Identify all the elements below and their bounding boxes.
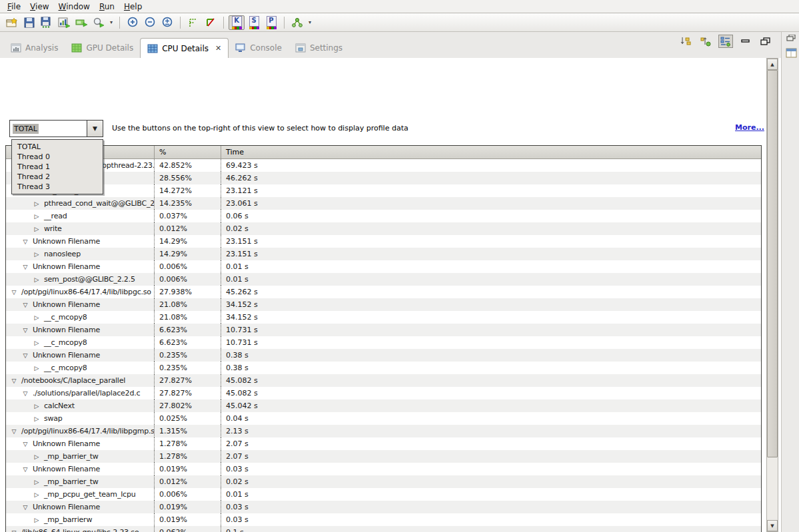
menu-file[interactable]: File [5, 1, 28, 13]
expander-open-icon[interactable]: ▽ [10, 529, 18, 532]
callers-tree-button[interactable] [678, 35, 693, 48]
expander-collapsed-icon[interactable]: ▷ [33, 213, 41, 220]
expander-open-icon[interactable]: ▽ [21, 504, 29, 511]
menu-view[interactable]: View [28, 1, 56, 13]
table-row[interactable]: ▷_mp_barrier_tw0.012%0.02 s [6, 475, 761, 488]
analysis-tree-button[interactable] [289, 15, 305, 30]
profile-application-button[interactable] [56, 15, 72, 30]
thread-option[interactable]: Thread 3 [12, 182, 103, 192]
expander-open-icon[interactable]: ▽ [10, 289, 18, 296]
zoom-out-button[interactable] [142, 15, 158, 30]
table-row[interactable]: ▽./solutions/parallel/laplace2d.c27.827%… [6, 387, 761, 399]
expander-open-icon[interactable]: ▽ [21, 352, 29, 359]
expander-collapsed-icon[interactable]: ▷ [33, 251, 41, 258]
thread-option[interactable]: Thread 2 [12, 172, 103, 182]
table-row[interactable]: ▷nanosleep14.29%23.151 s [6, 248, 761, 260]
table-row[interactable]: ▷_mp_barrier_tw1.278%2.07 s [6, 450, 761, 463]
minimized-table-view-icon[interactable] [786, 48, 797, 58]
expander-collapsed-icon[interactable]: ▷ [33, 453, 41, 460]
expander-open-icon[interactable]: ▽ [21, 238, 29, 245]
table-row[interactable]: ▷sem_post@@GLIBC_2.2.50.006%0.01 s [6, 273, 761, 286]
analysis-options-caret[interactable]: ▾ [307, 19, 313, 25]
maximize-view-button[interactable] [758, 35, 773, 48]
zoom-fit-button[interactable] [159, 15, 175, 30]
thread-selector-arrow-button[interactable]: ▼ [87, 120, 103, 137]
expander-open-icon[interactable]: ▽ [21, 441, 29, 447]
thread-option[interactable]: TOTAL [12, 142, 103, 152]
expander-open-icon[interactable]: ▽ [21, 390, 29, 397]
scroll-up-button[interactable]: ▲ [767, 59, 778, 70]
tab-gpu-details[interactable]: GPU Details [65, 38, 140, 58]
expander-open-icon[interactable]: ▽ [10, 378, 18, 384]
table-row[interactable]: ▷__c_mcopy80.235%0.38 s [6, 362, 761, 374]
thread-selector-field[interactable]: TOTAL [9, 120, 87, 137]
expander-collapsed-icon[interactable]: ▷ [33, 340, 41, 346]
run-options-caret[interactable]: ▾ [108, 19, 115, 25]
table-row[interactable]: ▷__c_mcopy821.08%34.152 s [6, 311, 761, 324]
more-link[interactable]: More... [735, 123, 764, 132]
table-row[interactable]: ▽/notebooks/C/laplace_parallel27.827%45.… [6, 374, 761, 387]
close-tab-icon[interactable]: ✕ [215, 44, 221, 53]
table-row[interactable]: ▽Unknown Filename28.556%46.262 s [6, 172, 761, 184]
timeline-segment-button[interactable] [73, 15, 89, 30]
table-row[interactable]: ▽Unknown Filename21.08%34.152 s [6, 298, 761, 311]
zoom-in-button[interactable] [125, 15, 141, 30]
expander-collapsed-icon[interactable]: ▷ [33, 226, 41, 232]
clear-mark-button[interactable] [203, 15, 219, 30]
vertical-scrollbar[interactable]: ▲ ▼ [766, 58, 778, 532]
expander-collapsed-icon[interactable]: ▷ [33, 200, 41, 207]
expander-open-icon[interactable]: ▽ [21, 327, 29, 334]
menu-window[interactable]: Window [57, 1, 97, 13]
table-row[interactable]: ▷calcNext27.802%45.042 s [6, 399, 761, 412]
expander-collapsed-icon[interactable]: ▷ [33, 403, 41, 409]
kernel-mode-button[interactable]: K [229, 15, 245, 30]
thread-option[interactable]: Thread 1 [12, 162, 103, 172]
save-all-button[interactable] [39, 15, 55, 30]
flat-profile-button[interactable] [718, 35, 733, 48]
mark-range-button[interactable] [185, 15, 201, 30]
expander-collapsed-icon[interactable]: ▷ [33, 517, 41, 523]
table-row[interactable]: ▽/opt/pgi/linux86-64/17.4/lib/libpgc.so2… [6, 286, 761, 298]
table-row[interactable]: ▷do_futex_wait14.272%23.121 s [6, 184, 761, 197]
tab-cpu-details[interactable]: CPU Details ✕ [140, 38, 229, 58]
table-row[interactable]: ▷write0.012%0.02 s [6, 222, 761, 235]
expander-collapsed-icon[interactable]: ▷ [33, 314, 41, 321]
save-button[interactable] [21, 15, 37, 30]
tab-console[interactable]: Console [229, 38, 289, 58]
table-row[interactable]: ▷__c_mcopy86.623%10.731 s [6, 336, 761, 349]
table-row[interactable]: ▷pthread_cond_wait@@GLIBC_2.314.235%23.0… [6, 197, 761, 210]
table-row[interactable]: ▽Unknown Filename0.019%0.03 s [6, 501, 761, 513]
table-row[interactable]: ▷swap0.025%0.04 s [6, 412, 761, 425]
callees-tree-button[interactable] [698, 35, 713, 48]
table-row[interactable]: ▽Unknown Filename6.623%10.731 s [6, 324, 761, 336]
table-row[interactable]: ▽Unknown Filename0.019%0.03 s [6, 463, 761, 475]
table-row[interactable]: ▷_mp_barrierw0.019%0.03 s [6, 513, 761, 526]
thread-option[interactable]: Thread 0 [12, 152, 103, 162]
expander-collapsed-icon[interactable]: ▷ [33, 365, 41, 372]
expander-collapsed-icon[interactable]: ▷ [33, 491, 41, 498]
expander-open-icon[interactable]: ▽ [21, 466, 29, 473]
table-row[interactable]: ▽Unknown Filename0.235%0.38 s [6, 349, 761, 362]
column-header-time[interactable]: Time [221, 146, 761, 158]
table-row[interactable]: ▷__read0.037%0.06 s [6, 210, 761, 222]
scrollbar-thumb[interactable] [767, 70, 778, 457]
column-header-percent[interactable]: % [154, 146, 221, 158]
expander-collapsed-icon[interactable]: ▷ [33, 479, 41, 485]
new-session-button[interactable] [4, 15, 20, 30]
tab-analysis[interactable]: Analysis [4, 38, 65, 58]
scroll-down-button[interactable]: ▼ [767, 520, 778, 531]
expander-collapsed-icon[interactable]: ▷ [33, 415, 41, 422]
restore-views-icon[interactable] [786, 35, 796, 41]
table-row[interactable]: ▽Unknown Filename0.006%0.01 s [6, 260, 761, 273]
menu-run[interactable]: Run [97, 1, 122, 13]
expander-open-icon[interactable]: ▽ [21, 302, 29, 308]
profile-mode-button[interactable]: P [263, 15, 279, 30]
minimize-view-button[interactable] [738, 35, 753, 48]
expander-open-icon[interactable]: ▽ [10, 428, 18, 435]
table-row[interactable]: ▷_mp_pcpu_get_team_lcpu0.006%0.01 s [6, 488, 761, 501]
scrollbar-track[interactable] [767, 70, 778, 520]
search-run-button[interactable] [91, 15, 107, 30]
tab-settings[interactable]: Settings [289, 38, 349, 58]
table-row[interactable]: ▽Unknown Filename14.29%23.151 s [6, 235, 761, 248]
table-row[interactable]: ▽/opt/pgi/linux86-64/17.4/lib/libpgmp.so… [6, 425, 761, 437]
